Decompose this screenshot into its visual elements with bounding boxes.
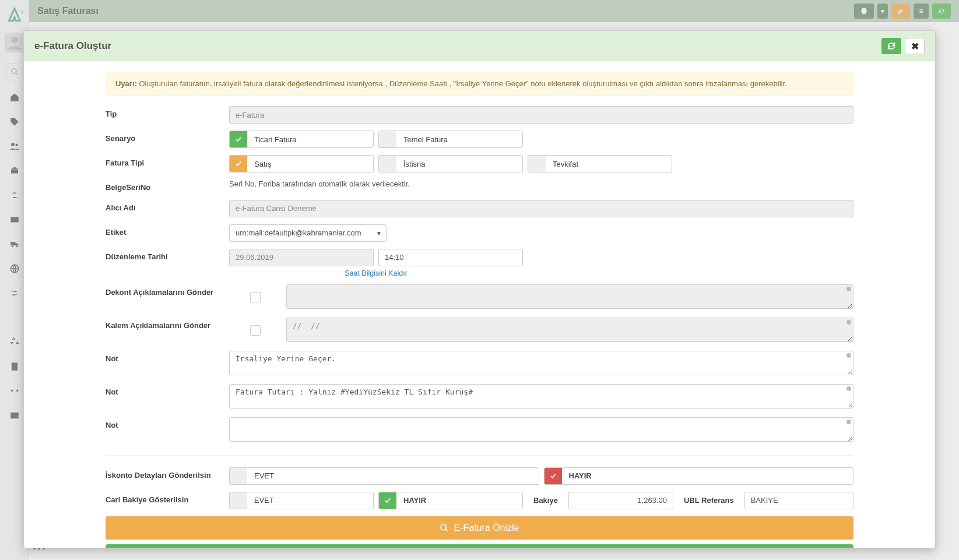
modal-title: e-Fatura Oluştur <box>34 40 111 52</box>
onizle-label: E-Fatura Önizle <box>454 523 519 533</box>
saat-input[interactable] <box>378 249 523 266</box>
tarih-input <box>229 249 374 266</box>
label-ubl: UBL Referans <box>678 496 740 505</box>
modal-header: e-Fatura Oluştur ✖ <box>24 31 935 61</box>
onizle-button[interactable]: E-Fatura Önizle <box>106 516 853 540</box>
not2-textarea[interactable]: Fatura Tutarı : Yalnız #YediYüzSekiz TL … <box>229 384 853 408</box>
modal-close-button[interactable]: ✖ <box>905 38 925 54</box>
pin-icon <box>846 353 851 358</box>
iskonto-evet-label: EVET <box>247 468 539 484</box>
cari-evet-toggle[interactable]: EVET <box>229 492 374 509</box>
alici-input <box>229 200 853 217</box>
svg-line-17 <box>445 529 447 531</box>
efatura-modal: e-Fatura Oluştur ✖ Uyarı: Oluşturulan fa… <box>23 30 936 548</box>
senaryo-ticari-toggle[interactable]: Ticari Fatura <box>229 131 374 148</box>
label-kalem: Kalem Açıklamalarını Gönder <box>106 318 229 331</box>
dekont-textarea <box>286 284 853 309</box>
kalem-checkbox[interactable] <box>250 325 261 336</box>
label-tip: Tip <box>106 106 229 119</box>
pin-icon <box>846 320 851 325</box>
label-not3: Not <box>106 417 229 431</box>
senaryo-temel-label: Temel Fatura <box>396 131 522 147</box>
cari-evet-label: EVET <box>247 492 373 509</box>
pin-icon <box>846 287 851 291</box>
senaryo-ticari-label: Ticari Fatura <box>247 131 373 147</box>
label-fatura-tipi: Fatura Tipi <box>106 155 229 168</box>
cari-hayir-label: HAYIR <box>396 492 522 509</box>
label-belgeseri: BelgeSeriNo <box>106 179 229 193</box>
label-bakiye: Bakiye <box>528 496 564 505</box>
etiket-select[interactable]: urn:mail:defaultpk@kahramanlar.com <box>229 224 387 242</box>
label-caribakiye: Cari Bakiye Gösterilsin <box>106 492 229 505</box>
label-duzenleme: Düzenleme Tarihi <box>106 249 229 262</box>
ftipi-istisna-toggle[interactable]: İstisna <box>378 155 523 172</box>
warning-label: Uyarı: <box>115 79 137 88</box>
label-etiket: Etiket <box>106 224 229 238</box>
ubl-input[interactable] <box>744 492 853 509</box>
modal-body: Uyarı: Oluşturulan faturanın, irsaliyeli… <box>24 61 935 548</box>
senaryo-temel-toggle[interactable]: Temel Fatura <box>378 131 523 148</box>
dekont-checkbox[interactable] <box>250 292 261 302</box>
label-alici: Alıcı Adı <box>106 200 229 213</box>
modal-refresh-button[interactable] <box>881 38 901 54</box>
iskonto-hayir-toggle[interactable]: HAYIR <box>544 467 854 485</box>
label-dekont: Dekont Açıklamalarını Gönder <box>106 284 229 298</box>
not1-textarea[interactable]: İrsaliye Yerine Geçer. <box>229 351 853 375</box>
ftipi-satis-label: Satış <box>247 156 373 172</box>
warning-text: Oluşturulan faturanın, irsaliyeli fatura… <box>139 79 786 88</box>
tip-input <box>229 106 853 124</box>
label-not1: Not <box>106 351 229 364</box>
label-iskonto: İskonto Detayları Gönderilsin <box>106 467 229 481</box>
label-not2: Not <box>106 384 229 397</box>
ftipi-tevkifat-toggle[interactable]: Tevkifat <box>528 155 672 172</box>
pin-icon <box>846 386 851 391</box>
divider <box>106 455 853 456</box>
belgeseri-hint: Seri No, Foriba tarafından otomatik olar… <box>229 179 410 188</box>
warning-alert: Uyarı: Oluşturulan faturanın, irsaliyeli… <box>106 72 853 96</box>
bakiye-input[interactable] <box>568 492 673 509</box>
iskonto-evet-toggle[interactable]: EVET <box>229 467 539 485</box>
gonder-button[interactable]: E-Fatura Gönder <box>106 544 853 548</box>
saat-kaldir-link[interactable]: Saat Bilgisini Kaldır <box>345 269 408 277</box>
not3-textarea[interactable] <box>229 417 853 442</box>
ftipi-tevkifat-label: Tevkifat <box>546 156 672 172</box>
svg-point-16 <box>441 524 446 530</box>
cari-hayir-toggle[interactable]: HAYIR <box>378 492 523 509</box>
label-senaryo: Senaryo <box>106 131 229 144</box>
iskonto-hayir-label: HAYIR <box>562 468 853 484</box>
search-icon <box>440 523 449 533</box>
pin-icon <box>846 420 851 424</box>
ftipi-istisna-label: İstisna <box>396 156 522 172</box>
kalem-textarea: // // <box>286 318 853 342</box>
ftipi-satis-toggle[interactable]: Satış <box>229 155 374 172</box>
